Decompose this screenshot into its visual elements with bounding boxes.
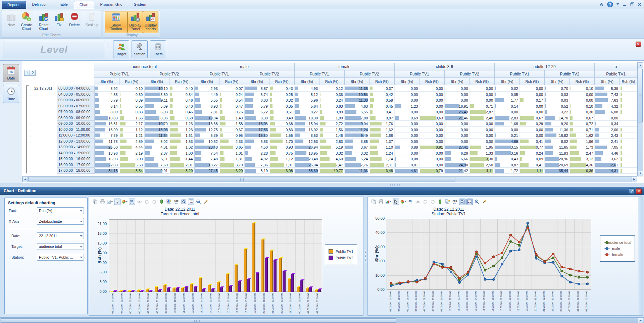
value-cell-partial[interactable] [620, 92, 637, 98]
bar-public-tv2[interactable] [238, 281, 241, 292]
value-cell[interactable]: 1,12 [269, 156, 295, 162]
value-cell[interactable]: 18,95 [295, 150, 320, 156]
value-cell[interactable]: 18,38 [194, 121, 219, 127]
value-cell[interactable]: 1,31 [219, 156, 245, 162]
value-cell[interactable]: 0,00 [395, 127, 420, 133]
bar-public-tv2[interactable] [283, 271, 286, 292]
value-cell[interactable]: 0,71 [570, 127, 595, 133]
bar-public-tv1[interactable] [279, 258, 282, 292]
fact-header[interactable]: Shr (%) [595, 78, 620, 85]
value-cell[interactable]: 2,11 [369, 162, 395, 168]
value-cell[interactable]: 0,91 [419, 144, 445, 150]
value-cell[interactable]: 19,84 [194, 115, 219, 121]
value-cell[interactable]: 0,00 [520, 86, 545, 92]
point-female[interactable] [578, 270, 580, 272]
value-cell[interactable]: 0,51 [269, 109, 295, 115]
point-male[interactable] [578, 283, 580, 285]
value-cell[interactable]: 8,09 [94, 109, 119, 115]
value-cell[interactable]: 0,05 [495, 92, 520, 98]
bar-public-tv1[interactable] [137, 290, 140, 292]
value-cell[interactable]: 0,58 [369, 97, 395, 103]
point-female[interactable] [450, 266, 452, 269]
bar-public-tv1[interactable] [155, 287, 158, 292]
value-cell[interactable]: 0,39 [119, 97, 145, 103]
target-group-header-male[interactable]: male [194, 63, 294, 70]
point-male[interactable] [509, 250, 512, 252]
fact-header[interactable]: Shr (%) [445, 78, 470, 85]
value-cell[interactable]: 1,43 [219, 115, 245, 121]
bar-public-tv2[interactable] [318, 289, 321, 292]
value-cell[interactable]: 11,73 [94, 139, 119, 145]
value-cell[interactable]: 1,58 [219, 121, 245, 127]
row-time-label[interactable]: 11:00:00 - 12:00:00 [57, 132, 94, 139]
value-cell[interactable]: 0,00 [470, 127, 495, 133]
value-cell[interactable]: 0,88 [395, 144, 420, 150]
value-cell[interactable]: 2,87 [470, 109, 495, 115]
value-cell[interactable]: 0,00 [419, 139, 445, 145]
value-cell[interactable]: 2,47 [570, 150, 595, 156]
value-cell[interactable]: 6,03 [144, 109, 169, 115]
value-cell[interactable]: 8,06 [144, 115, 169, 121]
window-hscroll-thumb[interactable] [1, 318, 396, 323]
value-cell[interactable]: 1,00 [169, 150, 195, 156]
value-cell[interactable]: 0,00 [470, 121, 495, 127]
bar-public-tv2[interactable] [220, 287, 223, 292]
value-cell[interactable]: 0,00 [395, 139, 420, 145]
value-cell[interactable]: 0,30 [119, 92, 145, 98]
value-cell[interactable]: 0,00 [520, 132, 545, 139]
row-time-label[interactable]: 16:00:00 - 17:00:00 [57, 162, 94, 168]
print-icon[interactable] [378, 199, 384, 205]
value-cell[interactable]: 4,44 [119, 144, 145, 150]
value-cell[interactable]: 5,68 [119, 162, 145, 168]
value-cell[interactable]: 1,91 [269, 162, 295, 168]
value-cell[interactable]: 0,87 [495, 162, 520, 168]
value-cell[interactable]: 0,55 [119, 103, 145, 109]
value-cell[interactable]: 1,10 [369, 144, 395, 150]
value-cell[interactable]: 4,69 [495, 139, 520, 145]
value-cell[interactable]: 0,68 [169, 115, 195, 121]
date-dropdown[interactable]: 22.12.2011 [37, 232, 84, 239]
value-cell[interactable]: 0,14 [495, 103, 520, 109]
value-cell-partial[interactable] [620, 109, 637, 115]
fact-header[interactable]: Shr (%) [94, 78, 119, 85]
point-female[interactable] [518, 241, 521, 243]
value-cell[interactable]: 0,00 [419, 103, 445, 109]
value-cell[interactable]: 15,94 [295, 121, 320, 127]
value-cell[interactable]: 5,24 [345, 156, 370, 162]
value-cell-partial[interactable] [620, 127, 637, 133]
bar-public-tv1[interactable] [297, 287, 300, 292]
value-cell[interactable]: 0,35 [269, 103, 295, 109]
point-male[interactable] [484, 278, 486, 281]
table-row[interactable]: .05:00:00 - 06:00:005,790,399,110,465,55… [22, 97, 637, 103]
point-female[interactable] [492, 256, 495, 258]
value-cell[interactable]: 16,93 [94, 156, 119, 162]
bar-public-tv2[interactable] [176, 288, 179, 292]
value-cell[interactable]: 0,00 [395, 132, 420, 139]
bar-public-tv1[interactable] [261, 239, 264, 292]
value-cell[interactable]: 0,87 [369, 115, 395, 121]
value-cell[interactable]: 0,24 [319, 97, 345, 103]
fact-header[interactable]: Shr (%) [144, 78, 169, 85]
fact-header[interactable]: Shr (%) [545, 78, 570, 85]
point-male[interactable] [501, 263, 503, 265]
value-cell[interactable]: 5,79 [244, 103, 269, 109]
bar-public-tv1[interactable] [288, 279, 291, 292]
value-cell[interactable]: 12,53 [295, 139, 320, 145]
value-cell[interactable]: 13,03 [144, 127, 169, 133]
bar-public-tv1[interactable] [199, 278, 202, 292]
point-audience-total[interactable] [501, 257, 503, 259]
value-cell[interactable]: 0,00 [520, 109, 545, 115]
display-charts-button[interactable]: Displaycharts [143, 11, 158, 33]
fact-header[interactable]: Shr (%) [495, 78, 520, 85]
bar-public-tv1[interactable] [172, 288, 176, 292]
target-group-header-audience-total[interactable]: audience total [94, 63, 194, 70]
legend-item-female[interactable]: female [604, 253, 631, 257]
tab-reports[interactable]: Reports [2, 1, 26, 9]
value-cell[interactable]: 1,66 [119, 115, 145, 121]
pointer-icon[interactable] [393, 199, 399, 205]
bar-public-tv2[interactable] [291, 274, 294, 292]
table-horizontal-scrollbar[interactable]: ◀ ▶ [22, 176, 637, 182]
value-cell[interactable]: 2,06 [595, 127, 620, 133]
show-toolbar-button[interactable]: Show Toolbar [105, 11, 128, 33]
point-male[interactable] [476, 256, 478, 258]
